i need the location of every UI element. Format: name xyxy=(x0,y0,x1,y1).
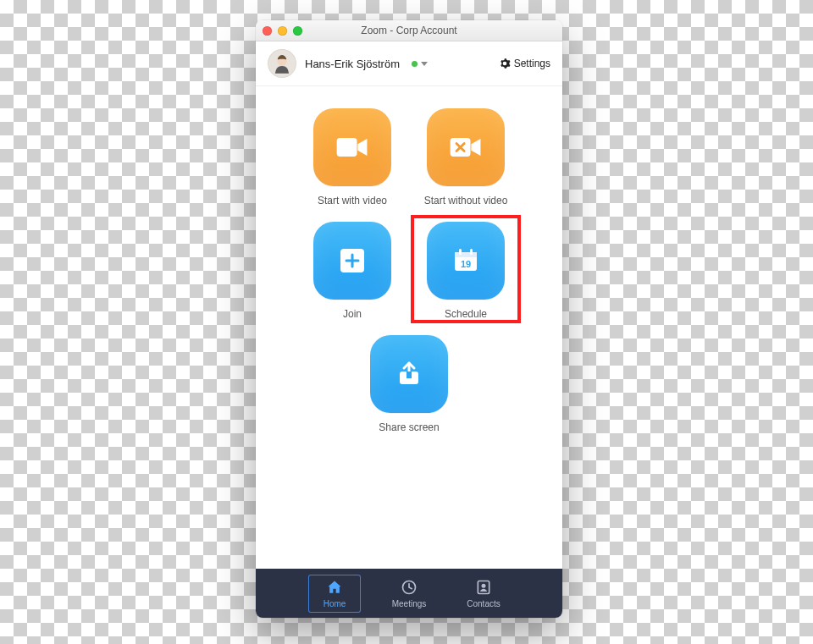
share-screen-label: Share screen xyxy=(379,421,439,433)
settings-label: Settings xyxy=(514,58,550,69)
share-screen-button[interactable] xyxy=(370,335,448,413)
svg-text:19: 19 xyxy=(461,259,471,269)
tab-meetings-label: Meetings xyxy=(392,599,427,608)
schedule-tile: 19 Schedule xyxy=(415,222,517,320)
svg-rect-5 xyxy=(455,252,477,257)
zoom-window: Zoom - Corp Account Hans-Erik Sjöström S… xyxy=(256,20,562,618)
start-without-video-button[interactable] xyxy=(427,108,505,186)
header: Hans-Erik Sjöström Settings xyxy=(256,41,562,86)
start-with-video-button[interactable] xyxy=(313,108,391,186)
tab-contacts-label: Contacts xyxy=(467,599,500,608)
username: Hans-Erik Sjöström xyxy=(305,58,400,70)
join-button[interactable] xyxy=(313,222,391,300)
svg-rect-10 xyxy=(406,372,412,378)
gear-icon xyxy=(499,58,511,69)
titlebar: Zoom - Corp Account xyxy=(256,20,562,41)
home-icon xyxy=(326,579,343,596)
calendar-icon: 19 xyxy=(451,246,480,275)
close-window-button[interactable] xyxy=(263,26,272,36)
join-label: Join xyxy=(343,308,362,320)
start-without-video-label: Start without video xyxy=(424,195,508,206)
video-on-icon xyxy=(334,133,371,162)
settings-button[interactable]: Settings xyxy=(499,58,550,69)
contacts-icon xyxy=(475,579,492,596)
tab-home[interactable]: Home xyxy=(309,575,360,612)
traffic-lights xyxy=(263,26,302,36)
chevron-down-icon xyxy=(421,62,428,66)
avatar-person-icon xyxy=(269,52,295,78)
main-content: Start with video Start without video xyxy=(256,86,562,569)
tab-meetings[interactable]: Meetings xyxy=(384,575,434,612)
start-with-video-tile: Start with video xyxy=(301,108,403,206)
share-screen-tile: Share screen xyxy=(358,335,460,433)
status-dropdown[interactable] xyxy=(412,61,428,67)
avatar[interactable] xyxy=(268,49,296,78)
start-without-video-tile: Start without video xyxy=(415,108,517,206)
tabbar: Home Meetings Contacts xyxy=(256,569,562,618)
video-off-icon xyxy=(447,133,484,162)
share-up-icon xyxy=(395,360,423,388)
clock-icon xyxy=(401,579,418,596)
svg-point-13 xyxy=(482,583,486,587)
tab-contacts[interactable]: Contacts xyxy=(458,575,509,612)
status-available-icon xyxy=(412,61,418,67)
schedule-button[interactable]: 19 xyxy=(427,222,505,300)
zoom-window-button[interactable] xyxy=(293,26,302,36)
svg-rect-1 xyxy=(337,138,357,157)
tab-home-label: Home xyxy=(324,599,346,608)
plus-icon xyxy=(338,246,367,275)
svg-rect-6 xyxy=(459,249,462,255)
minimize-window-button[interactable] xyxy=(278,26,287,36)
schedule-label: Schedule xyxy=(445,308,487,320)
join-tile: Join xyxy=(301,222,403,320)
start-with-video-label: Start with video xyxy=(318,195,387,206)
svg-rect-7 xyxy=(470,249,473,255)
